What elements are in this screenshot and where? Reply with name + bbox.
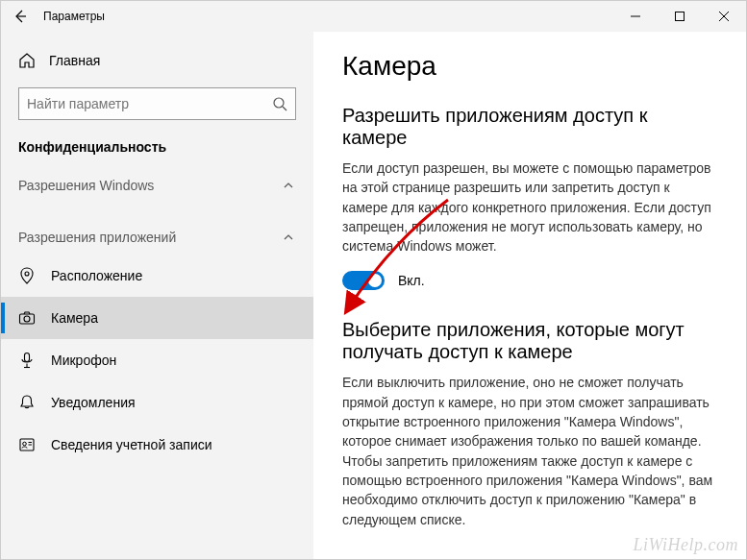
location-icon [18, 267, 36, 284]
back-button[interactable] [1, 1, 39, 32]
watermark: LiWiHelp.com [634, 535, 739, 555]
group-label: Разрешения приложений [18, 230, 176, 245]
minimize-icon [631, 12, 640, 21]
microphone-icon [18, 352, 36, 369]
account-icon [18, 436, 36, 453]
group-label: Разрешения Windows [18, 178, 154, 193]
window-title: Параметры [43, 10, 105, 23]
section-allow-heading: Разрешить приложениям доступ к камере [342, 105, 717, 149]
group-app-permissions[interactable]: Разрешения приложений [1, 220, 313, 255]
sidebar-item-label: Уведомления [51, 395, 136, 410]
section-choose-heading: Выберите приложения, которые могут получ… [342, 319, 717, 363]
close-icon [719, 12, 729, 21]
section-choose-text: Если выключить приложение, оно не сможет… [342, 373, 717, 528]
titlebar: Параметры [1, 1, 746, 32]
sidebar-section-title: Конфиденциальность [1, 134, 313, 168]
search-input-container[interactable] [18, 87, 296, 120]
settings-window: Параметры Главная К [0, 0, 747, 560]
maximize-button[interactable] [658, 1, 702, 32]
toggle-knob [368, 274, 382, 287]
sidebar-item-microphone[interactable]: Микрофон [1, 339, 313, 381]
sidebar-item-label: Сведения учетной записи [51, 437, 212, 452]
sidebar-item-location[interactable]: Расположение [1, 255, 313, 297]
content-pane: Камера Разрешить приложениям доступ к ка… [313, 32, 746, 559]
sidebar-item-label: Камера [51, 310, 98, 326]
camera-icon [18, 309, 36, 327]
chevron-up-icon [281, 178, 296, 193]
camera-access-toggle[interactable] [342, 271, 385, 290]
window-body: Главная Конфиденциальность Разрешения Wi… [1, 32, 746, 559]
svg-point-9 [24, 316, 30, 322]
svg-line-6 [283, 107, 286, 110]
page-title: Камера [342, 51, 717, 82]
group-windows-permissions[interactable]: Разрешения Windows [1, 168, 313, 203]
maximize-icon [675, 12, 685, 21]
sidebar-item-label: Расположение [51, 268, 142, 283]
sidebar-item-account-info[interactable]: Сведения учетной записи [1, 424, 313, 466]
camera-access-toggle-row: Вкл. [342, 271, 717, 290]
close-button[interactable] [702, 1, 746, 32]
svg-point-14 [23, 442, 27, 446]
home-link[interactable]: Главная [1, 41, 313, 80]
search-input[interactable] [27, 96, 272, 111]
sidebar-item-camera[interactable]: Камера [1, 297, 313, 339]
spacer [1, 203, 313, 220]
section-allow-text: Если доступ разрешен, вы можете с помощь… [342, 158, 717, 256]
home-icon [18, 52, 36, 69]
home-label: Главная [49, 53, 100, 68]
svg-rect-10 [25, 353, 30, 362]
sidebar-item-label: Микрофон [51, 353, 116, 368]
chevron-up-icon [281, 230, 296, 245]
arrow-left-icon [12, 9, 28, 24]
svg-rect-2 [676, 12, 685, 21]
minimize-button[interactable] [613, 1, 658, 32]
svg-point-5 [274, 98, 284, 108]
toggle-state-label: Вкл. [398, 273, 425, 288]
search-icon [272, 96, 287, 111]
svg-point-7 [25, 272, 29, 276]
sidebar: Главная Конфиденциальность Разрешения Wi… [1, 32, 313, 559]
sidebar-item-notifications[interactable]: Уведомления [1, 381, 313, 424]
bell-icon [18, 394, 36, 411]
